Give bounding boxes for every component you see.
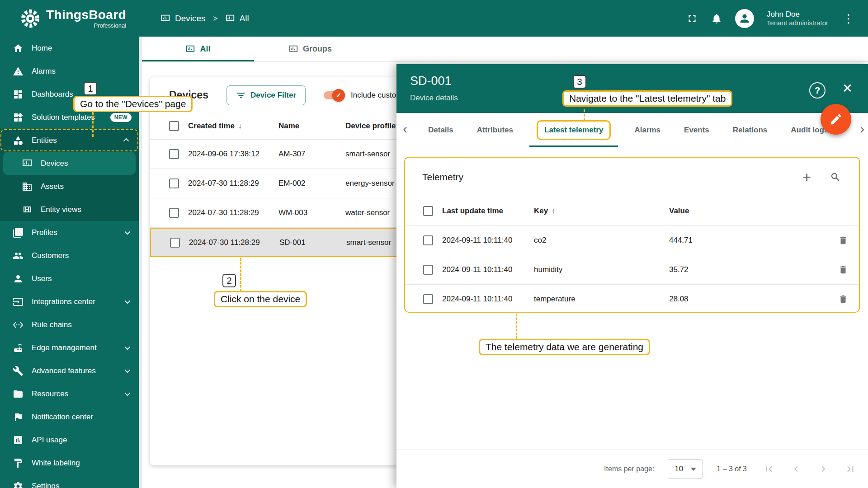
items-per-page-select[interactable]: 10 — [668, 459, 703, 479]
annotation-step-3-badge: 3 — [573, 75, 586, 89]
user-avatar[interactable] — [735, 9, 754, 28]
sidebar-item-customers[interactable]: Customers — [0, 244, 139, 267]
sidebar-item-edge-management[interactable]: Edge management — [0, 336, 139, 359]
row-checkbox[interactable] — [423, 294, 433, 304]
notifications-button[interactable] — [711, 13, 722, 24]
delete-telemetry-button[interactable] — [827, 265, 859, 275]
row-checkbox[interactable] — [170, 238, 180, 248]
sidebar-item-rule-chains[interactable]: Rule chains — [0, 313, 139, 336]
ethernet-icon — [13, 319, 24, 330]
sidebar-item-integrations-center[interactable]: Integrations center — [0, 290, 139, 313]
delete-telemetry-button[interactable] — [827, 294, 859, 304]
wrench-icon — [13, 366, 24, 376]
sidebar-item-users[interactable]: Users — [0, 267, 139, 290]
chevron-down-icon — [125, 298, 131, 304]
telemetry-row[interactable]: 2024-09-11 10:11:40 co2 444.71 — [405, 225, 859, 255]
pencil-icon — [829, 113, 843, 126]
sidebar-item-home[interactable]: Home — [0, 37, 139, 60]
sidebar-item-assets[interactable]: Assets — [0, 175, 139, 198]
column-created-time[interactable]: Created time — [188, 122, 235, 131]
tab-details[interactable]: Details — [416, 113, 465, 147]
panel-tabs: ‹ Details Attributes Latest telemetry Al… — [396, 113, 868, 147]
layers-icon — [13, 227, 24, 238]
delete-telemetry-button[interactable] — [827, 235, 859, 245]
sidebar-item-api-usage[interactable]: API usage — [0, 428, 139, 451]
sidebar-item-advanced-features[interactable]: Advanced features — [0, 359, 139, 382]
row-checkbox[interactable] — [169, 149, 179, 159]
row-checkbox[interactable] — [423, 265, 433, 275]
sidebar-item-entity-views[interactable]: Entity views — [0, 198, 139, 221]
tab-alarms[interactable]: Alarms — [623, 113, 672, 147]
breadcrumb: Devices > All — [160, 14, 249, 23]
first-page-button[interactable] — [763, 463, 775, 475]
tab-latest-telemetry[interactable]: Latest telemetry — [525, 113, 623, 147]
chevron-down-icon — [125, 229, 131, 235]
tabs-scroll-left-button[interactable]: ‹ — [403, 121, 407, 136]
device-details-panel: SD-001 Device details ? ✕ ‹ Details Attr… — [396, 64, 868, 488]
sidebar-item-notification-center[interactable]: Notification center — [0, 405, 139, 428]
tab-groups[interactable]: Groups — [254, 37, 366, 61]
kebab-icon: ⋮ — [843, 12, 854, 25]
last-page-button[interactable] — [844, 463, 856, 475]
sidebar-item-white-labeling[interactable]: White labeling — [0, 451, 139, 474]
sidebar-item-profiles[interactable]: Profiles — [0, 221, 139, 244]
last-page-icon — [844, 463, 856, 475]
app-logo[interactable]: ThingsBoard Professional — [0, 8, 139, 29]
input-icon — [13, 296, 24, 307]
telemetry-title: Telemetry — [422, 172, 463, 183]
column-name[interactable]: Name — [278, 122, 345, 131]
add-telemetry-button[interactable]: + — [802, 170, 811, 184]
trash-icon — [838, 265, 848, 275]
trash-icon — [838, 235, 848, 245]
fullscreen-button[interactable] — [686, 13, 698, 24]
breadcrumb-devices[interactable]: Devices — [160, 14, 206, 23]
annotation-step-3-label: Navigate to the "Latest telemetry" tab — [562, 90, 732, 107]
row-checkbox[interactable] — [423, 235, 433, 245]
sidebar-item-settings[interactable]: Settings — [0, 474, 139, 488]
chevron-down-icon — [125, 367, 131, 373]
breadcrumb-all[interactable]: All — [225, 14, 249, 23]
row-checkbox[interactable] — [169, 178, 179, 188]
row-checkbox[interactable] — [169, 208, 179, 218]
device-filter-button[interactable]: Device Filter — [226, 85, 306, 105]
annotation-connector-line — [584, 109, 585, 121]
close-panel-button[interactable]: ✕ — [842, 82, 853, 95]
select-all-checkbox[interactable] — [169, 121, 179, 131]
tab-all[interactable]: All — [142, 37, 254, 61]
column-value[interactable]: Value — [669, 206, 827, 216]
tabs-scroll-right-button[interactable]: › — [860, 121, 864, 136]
telemetry-row[interactable]: 2024-09-11 10:11:40 temperature 28.08 — [405, 284, 859, 313]
column-key[interactable]: Key — [534, 206, 548, 216]
sidebar-item-alarms[interactable]: Alarms — [0, 60, 139, 83]
first-page-icon — [763, 463, 775, 475]
sidebar-item-entities[interactable]: Entities — [0, 129, 139, 152]
edit-device-fab[interactable] — [821, 104, 851, 135]
previous-page-button[interactable] — [790, 463, 802, 475]
chevron-up-icon — [123, 138, 129, 144]
sidebar-group-entities: Entities Devices Assets Entity views — [0, 129, 139, 221]
search-telemetry-button[interactable] — [830, 172, 841, 183]
column-last-update-time[interactable]: Last update time — [442, 206, 534, 216]
annotation-step-2-label: Click on the device — [214, 291, 307, 307]
telemetry-card: Telemetry + Last update time Key ↑ Value… — [404, 157, 860, 313]
help-icon: ? — [815, 85, 820, 96]
annotation-step-1-badge: 1 — [84, 82, 97, 95]
header-menu-button[interactable]: ⋮ — [841, 13, 856, 24]
next-page-button[interactable] — [817, 463, 829, 475]
include-customers-toggle[interactable]: ✓ — [324, 91, 344, 99]
tab-attributes[interactable]: Attributes — [465, 113, 525, 147]
sidebar-item-devices[interactable]: Devices — [3, 152, 136, 175]
telemetry-row[interactable]: 2024-09-11 10:11:40 humidity 35.72 — [405, 255, 859, 284]
widgets-icon — [13, 112, 24, 123]
tab-relations[interactable]: Relations — [721, 113, 779, 147]
select-all-checkbox[interactable] — [423, 206, 433, 216]
tab-events[interactable]: Events — [672, 113, 721, 147]
sidebar-item-resources[interactable]: Resources — [0, 382, 139, 405]
plus-icon: + — [802, 169, 811, 185]
annotation-connector-line — [240, 258, 241, 291]
devices-icon — [22, 158, 33, 169]
devices-icon — [288, 44, 298, 54]
new-badge: NEW — [110, 113, 132, 122]
bell-icon — [711, 13, 722, 24]
help-button[interactable]: ? — [809, 82, 826, 99]
